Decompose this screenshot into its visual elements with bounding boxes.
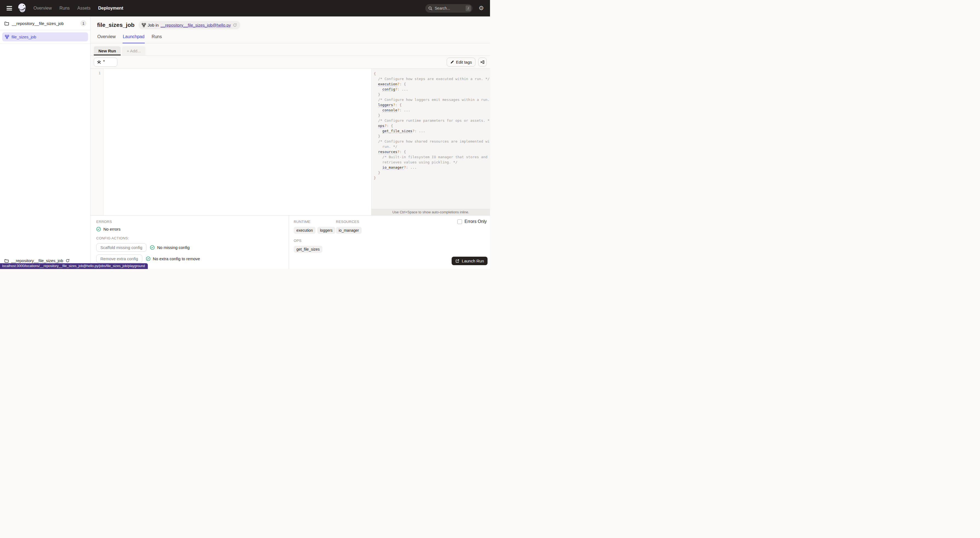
schema-token: ? bbox=[397, 150, 399, 154]
hamburger-menu-icon[interactable] bbox=[6, 6, 12, 10]
schema-token: /* Configure how steps are executed with… bbox=[374, 77, 490, 81]
breadcrumb-repo-link[interactable]: __repository__file_sizes_job@hello.py bbox=[161, 23, 231, 27]
no-missing-config-text: No missing config bbox=[157, 245, 189, 250]
schema-token: ? bbox=[412, 129, 415, 133]
schema-token: : ... bbox=[399, 108, 410, 112]
schema-line: } bbox=[374, 92, 489, 97]
schema-token: io_manager bbox=[382, 166, 404, 170]
sidebar-item-file-sizes-job[interactable]: file_sizes_job bbox=[2, 32, 88, 41]
schema-line: } bbox=[374, 134, 489, 139]
schema-line: /* Configure how steps are executed with… bbox=[374, 76, 489, 81]
schema-token: : { bbox=[399, 82, 406, 86]
page-tabs: OverviewLaunchpadRuns bbox=[91, 32, 490, 43]
nav-item-assets[interactable]: Assets bbox=[77, 6, 91, 11]
schema-line: { bbox=[374, 71, 489, 76]
schema-token: : ... bbox=[415, 129, 425, 133]
check-circle-icon bbox=[146, 256, 151, 261]
schema-line: /* Built-in filesystem IO manager that s… bbox=[374, 154, 489, 159]
nav-item-overview[interactable]: Overview bbox=[33, 6, 52, 11]
schema-token: resources bbox=[378, 150, 397, 154]
breadcrumb-prefix: Job in bbox=[148, 23, 159, 27]
schema-token: } bbox=[374, 176, 376, 180]
schema-line: io_manager?: ... bbox=[374, 165, 489, 170]
scaffold-missing-config-button[interactable]: Scaffold missing config bbox=[96, 243, 146, 252]
tab-runs[interactable]: Runs bbox=[151, 32, 162, 43]
config-schema-panel: { /* Configure how steps are executed wi… bbox=[371, 68, 490, 215]
runtime-tag[interactable]: execution bbox=[294, 227, 316, 234]
dagster-logo-icon[interactable] bbox=[17, 3, 27, 14]
schema-token bbox=[374, 87, 382, 91]
schema-line: retrieves values using pickling. */ bbox=[374, 159, 489, 165]
launch-run-button[interactable]: Launch Run bbox=[452, 257, 488, 265]
toggle-right-panel-button[interactable] bbox=[478, 57, 487, 67]
schema-line: /* Configure how loggers emit messages w… bbox=[374, 97, 489, 102]
schema-token: : { bbox=[399, 150, 406, 154]
tab-launchpad[interactable]: Launchpad bbox=[123, 32, 145, 43]
reload-repo-icon[interactable] bbox=[65, 259, 70, 263]
main-panel: file_sizes_job Job in __repository__file… bbox=[91, 16, 490, 269]
errors-only-checkbox[interactable] bbox=[457, 220, 462, 224]
op-tag[interactable]: get_file_sizes bbox=[294, 246, 323, 253]
no-missing-config-status: No missing config bbox=[150, 245, 189, 250]
no-errors-text: No errors bbox=[103, 227, 121, 231]
config-schema: { /* Configure how steps are executed wi… bbox=[372, 68, 490, 209]
schema-token: } bbox=[374, 92, 380, 97]
schema-line: } bbox=[374, 113, 489, 118]
resources-label: RESOURCES bbox=[336, 220, 362, 224]
search-shortcut-badge: / bbox=[466, 5, 471, 11]
remove-extra-config-button[interactable]: Remove extra config bbox=[96, 255, 142, 263]
sidebar-job-list: file_sizes_job bbox=[0, 30, 90, 44]
refresh-icon[interactable] bbox=[233, 23, 237, 27]
schema-token: ops bbox=[378, 124, 385, 128]
page-title: file_sizes_job bbox=[97, 22, 135, 28]
schema-token bbox=[374, 150, 378, 154]
schema-token: /* Configure runtime parameters for ops … bbox=[374, 118, 490, 123]
schema-token bbox=[374, 103, 378, 107]
search-icon bbox=[428, 6, 433, 10]
schema-line: config?: ... bbox=[374, 87, 489, 92]
config-actions-label: CONFIG ACTIONS: bbox=[96, 236, 289, 240]
session-tabs: New Run+ Add... bbox=[91, 46, 490, 56]
resource-tag[interactable]: io_manager bbox=[336, 227, 362, 234]
schema-token bbox=[374, 129, 382, 133]
session-tab-new-run[interactable]: New Run bbox=[94, 46, 121, 56]
search-box[interactable]: / bbox=[425, 4, 473, 13]
op-selector-value: * bbox=[103, 59, 105, 64]
ops-label: OPS bbox=[294, 239, 485, 243]
tab-overview[interactable]: Overview bbox=[97, 32, 116, 43]
schema-token: } bbox=[374, 134, 380, 138]
schema-token: /* Configure how shared resources are im… bbox=[374, 139, 490, 143]
top-nav: OverviewRunsAssetsDeployment / ⚙ bbox=[0, 0, 490, 16]
nav-item-runs[interactable]: Runs bbox=[59, 6, 70, 11]
schema-token: : ... bbox=[397, 87, 408, 91]
editor-gutter: 1 bbox=[91, 68, 103, 215]
editor-code-area[interactable] bbox=[103, 68, 371, 215]
schema-token: : { bbox=[387, 124, 393, 128]
schema-token: get_file_sizes bbox=[382, 129, 412, 133]
search-input[interactable] bbox=[434, 6, 466, 10]
schema-line: } bbox=[374, 170, 489, 175]
no-extra-config-status: No extra config to remove bbox=[146, 256, 200, 261]
bottom-panel: ERRORS No errors CONFIG ACTIONS: Scaffol… bbox=[91, 215, 490, 269]
runtime-tag[interactable]: loggers bbox=[317, 227, 335, 234]
nav-item-deployment[interactable]: Deployment bbox=[98, 6, 123, 11]
schema-line: console?: ... bbox=[374, 108, 489, 113]
schema-token: loggers bbox=[378, 103, 393, 107]
folder-icon bbox=[5, 259, 9, 263]
sidebar-repo-header[interactable]: __repository__file_sizes_job 1 bbox=[0, 16, 90, 30]
op-selector-input[interactable]: * bbox=[94, 57, 117, 67]
schema-token: { bbox=[374, 72, 376, 76]
schema-line: execution?: { bbox=[374, 81, 489, 87]
schema-token: /* Built-in filesystem IO manager that s… bbox=[374, 155, 488, 159]
schema-token bbox=[374, 108, 382, 112]
schema-token: run. */ bbox=[374, 145, 397, 149]
schema-line: ops?: { bbox=[374, 123, 489, 128]
job-icon bbox=[5, 35, 9, 39]
op-selector-icon bbox=[97, 60, 101, 64]
schema-line: run. */ bbox=[374, 144, 489, 149]
add-session-tab[interactable]: + Add... bbox=[122, 46, 145, 56]
edit-tags-button[interactable]: Edit tags bbox=[447, 57, 476, 67]
schema-token: ? bbox=[395, 87, 397, 91]
gear-icon[interactable]: ⚙ bbox=[479, 5, 484, 11]
schema-token: config bbox=[382, 87, 395, 92]
